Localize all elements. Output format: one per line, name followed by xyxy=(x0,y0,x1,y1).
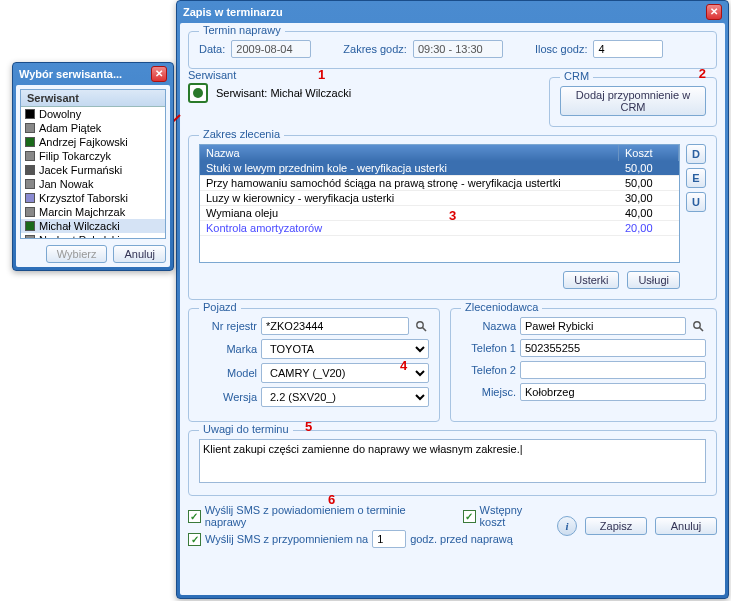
table-row[interactable]: Stuki w lewym przednim kole - weryfikacj… xyxy=(200,161,679,176)
nr-rejestr-input[interactable] xyxy=(261,317,409,335)
wersja-select[interactable]: 2.2 (SXV20_) xyxy=(261,387,429,407)
list-item[interactable]: Dowolny xyxy=(21,107,165,121)
hours-label: Ilosc godz: xyxy=(535,43,588,55)
select-button[interactable]: Wybierz xyxy=(46,245,108,263)
list-item[interactable]: Norbert Pakulski xyxy=(21,233,165,239)
nazwa-input[interactable] xyxy=(520,317,686,335)
window-title: Zapis w terminarzu xyxy=(183,6,283,18)
popup-title: Wybór serwisanta... xyxy=(19,68,122,80)
save-button[interactable]: Zapisz xyxy=(585,517,647,535)
group-title: Termin naprawy xyxy=(199,24,285,36)
list-header: Serwisant xyxy=(21,90,165,107)
servicer-indicator[interactable] xyxy=(188,83,208,103)
range-input[interactable] xyxy=(413,40,503,58)
tel2-input[interactable] xyxy=(520,361,706,379)
servicer-text: Serwisant: Michał Wilczacki xyxy=(216,87,351,99)
serwisant-legend: Serwisant xyxy=(188,69,236,81)
date-label: Data: xyxy=(199,43,225,55)
e-button[interactable]: E xyxy=(686,168,706,188)
usterki-button[interactable]: Usterki xyxy=(563,271,619,289)
table-row[interactable]: Wymiana oleju40,00 xyxy=(200,206,679,221)
chk-sms-notify[interactable]: ✓ xyxy=(188,510,201,523)
list-item[interactable]: Krzysztof Taborski xyxy=(21,191,165,205)
table-row[interactable]: Kontrola amortyzatorów20,00 xyxy=(200,221,679,236)
order-table: Nazwa Koszt Stuki w lewym przednim kole … xyxy=(199,144,680,263)
date-input[interactable] xyxy=(231,40,311,58)
list-item[interactable]: Michał Wilczacki xyxy=(21,219,165,233)
chk-sms-remind[interactable]: ✓ xyxy=(188,533,201,546)
list-item[interactable]: Jacek Furmański xyxy=(21,163,165,177)
col-name: Nazwa xyxy=(200,145,619,161)
svg-line-4 xyxy=(700,328,704,332)
table-row[interactable]: Luzy w kierownicy - weryfikacja usterki3… xyxy=(200,191,679,206)
crm-reminder-button[interactable]: Dodaj przypomnienie w CRM xyxy=(560,86,706,116)
search-icon[interactable] xyxy=(413,318,429,334)
uslugi-button[interactable]: Usługi xyxy=(627,271,680,289)
group-uwagi: Uwagi do terminu 5 xyxy=(188,430,717,496)
u-button[interactable]: U xyxy=(686,192,706,212)
servicer-select-popup: Wybór serwisanta... ✕ Serwisant DowolnyA… xyxy=(12,62,174,271)
cancel-button[interactable]: Anuluj xyxy=(113,245,166,263)
main-window: Zapis w terminarzu ✕ Termin naprawy Data… xyxy=(176,0,729,599)
range-label: Zakres godz: xyxy=(343,43,407,55)
uwagi-textarea[interactable] xyxy=(199,439,706,483)
close-icon[interactable]: ✕ xyxy=(151,66,167,82)
svg-line-2 xyxy=(423,328,427,332)
list-item[interactable]: Filip Tokarczyk xyxy=(21,149,165,163)
list-item[interactable]: Andrzej Fajkowski xyxy=(21,135,165,149)
marka-select[interactable]: TOYOTA xyxy=(261,339,429,359)
col-cost: Koszt xyxy=(619,145,679,161)
remind-hours-input[interactable] xyxy=(372,530,406,548)
group-termin: Termin naprawy Data: Zakres godz: Ilosc … xyxy=(188,31,717,69)
list-item[interactable]: Marcin Majchrzak xyxy=(21,205,165,219)
list-item[interactable]: Jan Nowak xyxy=(21,177,165,191)
group-zakres: Zakres zlecenia Nazwa Koszt Stuki w lewy… xyxy=(188,135,717,300)
group-crm: CRM 2 Dodaj przypomnienie w CRM xyxy=(549,77,717,127)
chk-initial-cost[interactable]: ✓ xyxy=(463,510,476,523)
group-zleceniodawca: Zleceniodawca Nazwa Telefon 1 Telefon 2 … xyxy=(450,308,717,422)
miejsc-input[interactable] xyxy=(520,383,706,401)
list-item[interactable]: Adam Piątek xyxy=(21,121,165,135)
hours-input[interactable] xyxy=(593,40,663,58)
tel1-input[interactable] xyxy=(520,339,706,357)
d-button[interactable]: D xyxy=(686,144,706,164)
servicer-list[interactable]: Serwisant DowolnyAdam PiątekAndrzej Fajk… xyxy=(20,89,166,239)
table-row[interactable]: Przy hamowaniu samochód ściąga na prawą … xyxy=(200,176,679,191)
svg-point-1 xyxy=(417,322,423,328)
svg-point-3 xyxy=(694,322,700,328)
close-icon[interactable]: ✕ xyxy=(706,4,722,20)
search-icon[interactable] xyxy=(690,318,706,334)
cancel-button[interactable]: Anuluj xyxy=(655,517,717,535)
info-icon[interactable]: i xyxy=(557,516,577,536)
